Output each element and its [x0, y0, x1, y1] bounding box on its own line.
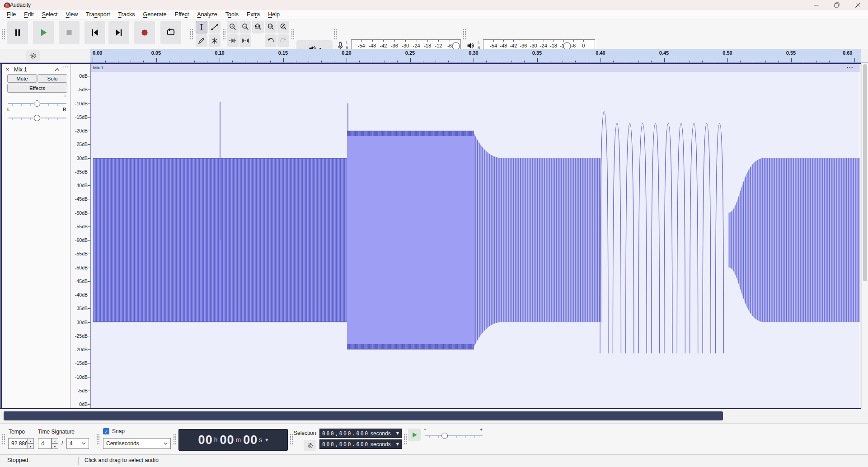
- track-title[interactable]: Mix 1: [14, 66, 27, 73]
- menu-analyze[interactable]: Analyze: [193, 10, 221, 19]
- speed-slider-thumb[interactable]: [441, 433, 448, 439]
- selection-options-button[interactable]: [304, 440, 316, 451]
- selection-tool-button[interactable]: [196, 21, 207, 33]
- title-bar: Audacity: [0, 0, 868, 10]
- time-sig-upper-input[interactable]: 4: [38, 438, 52, 449]
- timeline-options-button[interactable]: [26, 50, 40, 61]
- close-button[interactable]: [847, 0, 868, 10]
- clip-header[interactable]: Mix 1 ···: [90, 64, 860, 71]
- clip-menu-dots[interactable]: ···: [847, 64, 854, 71]
- track-menu-dots[interactable]: ···: [62, 64, 69, 70]
- selection-toolbar-grip[interactable]: [290, 433, 293, 445]
- loop-button[interactable]: [160, 21, 181, 44]
- audio-setup-grip[interactable]: [291, 28, 294, 40]
- selection-end-field[interactable]: 000,000.600 seconds ▼: [319, 439, 402, 449]
- menu-tracks[interactable]: Tracks: [114, 10, 139, 19]
- tempo-input[interactable]: 92.886: [8, 438, 27, 449]
- record-button[interactable]: [134, 21, 155, 44]
- pause-button[interactable]: [7, 21, 28, 44]
- menu-generate[interactable]: Generate: [139, 10, 170, 19]
- vertical-scrollbar[interactable]: [861, 63, 868, 409]
- dropdown-triangle-icon[interactable]: ▼: [396, 442, 399, 446]
- time-digit-group[interactable]: 00: [220, 433, 234, 447]
- meter-number: -24: [540, 43, 547, 48]
- edit-toolbar-grip[interactable]: [222, 28, 225, 40]
- time-digit-group[interactable]: 00: [198, 433, 213, 447]
- snap-mode-select[interactable]: Centiseconds: [103, 438, 171, 449]
- time-sig-spinner[interactable]: ▴▾: [52, 438, 58, 449]
- timeline-tick: [283, 58, 284, 62]
- status-message: Click and drag to select audio: [84, 457, 159, 463]
- waveform-canvas[interactable]: [90, 71, 860, 408]
- tools-toolbar-grip[interactable]: [190, 28, 193, 40]
- menu-effect[interactable]: Effect: [171, 10, 193, 19]
- minimize-button[interactable]: [806, 0, 826, 10]
- zoom-out-button[interactable]: [239, 21, 251, 33]
- audio-clip[interactable]: Mix 1 ···: [90, 63, 861, 409]
- maximize-button[interactable]: [826, 0, 847, 10]
- dropdown-triangle-icon[interactable]: ▼: [396, 431, 399, 435]
- time-display-caret-icon[interactable]: ▼: [265, 438, 268, 442]
- horizontal-scrollbar[interactable]: [0, 409, 868, 423]
- timeline-tick: [651, 61, 652, 62]
- solo-button[interactable]: Solo: [38, 74, 67, 83]
- timeline-tick: [436, 61, 436, 62]
- vertical-scrollbar-thumb[interactable]: [863, 64, 867, 281]
- trim-audio-button[interactable]: [227, 34, 239, 47]
- play-at-speed-grip[interactable]: [404, 433, 407, 445]
- db-label: 0dB: [79, 73, 88, 79]
- timeline-tick: [118, 61, 118, 62]
- menu-view[interactable]: View: [61, 10, 82, 19]
- collapse-chevron-icon[interactable]: [55, 68, 60, 71]
- menu-edit[interactable]: Edit: [20, 10, 38, 19]
- meter-tick: [583, 40, 584, 42]
- stop-button[interactable]: [59, 21, 80, 44]
- mute-button[interactable]: Mute: [7, 74, 37, 83]
- record-meter-grip[interactable]: [333, 28, 337, 40]
- fit-selection-button[interactable]: [252, 21, 264, 33]
- skip-to-start-button[interactable]: [84, 21, 105, 44]
- transport-toolbar-grip[interactable]: [2, 28, 5, 40]
- pan-slider-thumb[interactable]: [34, 115, 40, 121]
- ts-spin-up: ▴: [52, 438, 58, 443]
- silence-audio-button[interactable]: [239, 34, 251, 47]
- db-label: -55dB: [75, 224, 88, 229]
- play-button[interactable]: [33, 21, 54, 44]
- draw-tool-button[interactable]: [196, 34, 207, 47]
- track-area: × Mix 1 ··· Mute Solo Effects − + L R 0d…: [0, 63, 868, 409]
- time-digit-group[interactable]: 00: [243, 433, 258, 447]
- menu-tools[interactable]: Tools: [221, 10, 243, 19]
- envelope-tool-button[interactable]: [209, 21, 221, 33]
- zoom-toggle-button[interactable]: [277, 21, 289, 33]
- track-close-icon[interactable]: ×: [6, 66, 9, 73]
- menu-help[interactable]: Help: [264, 10, 284, 19]
- tempo-spinner[interactable]: ▴▾: [27, 438, 34, 449]
- skip-to-end-button[interactable]: [108, 21, 129, 44]
- zoom-in-button[interactable]: [227, 21, 239, 33]
- play-meter-grip[interactable]: [463, 28, 466, 40]
- menu-transport[interactable]: Transport: [82, 10, 114, 19]
- menu-extra[interactable]: Extra: [243, 10, 264, 19]
- time-toolbar-grip[interactable]: [2, 433, 5, 445]
- fit-project-button[interactable]: [265, 21, 277, 33]
- time-display[interactable]: 00h00m00s▼: [178, 429, 288, 451]
- undo-button[interactable]: [265, 34, 277, 47]
- timeline-tick: [740, 61, 741, 62]
- db-vertical-ruler[interactable]: 0dB-5dB-10dB-15dB-20dB-25dB-30dB-35dB-40…: [71, 64, 90, 408]
- time-sig-lower-select[interactable]: 4: [66, 438, 89, 449]
- horizontal-scrollbar-thumb[interactable]: [4, 411, 723, 420]
- track-control-panel[interactable]: × Mix 1 ··· Mute Solo Effects − + L R: [2, 64, 71, 408]
- db-label: -15dB: [75, 114, 88, 120]
- play-at-speed-button[interactable]: [408, 429, 421, 441]
- menu-file[interactable]: File: [3, 10, 20, 19]
- effects-button[interactable]: Effects: [7, 84, 67, 93]
- snap-checkbox[interactable]: ✓: [103, 428, 109, 434]
- time-display-grip[interactable]: [173, 433, 176, 445]
- snap-toolbar-grip[interactable]: [96, 433, 99, 445]
- menu-select[interactable]: Select: [38, 10, 62, 19]
- gain-slider-thumb[interactable]: [34, 100, 40, 107]
- redo-button[interactable]: [277, 34, 289, 47]
- selection-start-field[interactable]: 000,000.000 seconds ▼: [319, 429, 402, 438]
- multi-tool-button[interactable]: [209, 34, 221, 47]
- timeline-ruler[interactable]: 0.000.050.100.150.200.250.300.350.400.45…: [90, 49, 861, 63]
